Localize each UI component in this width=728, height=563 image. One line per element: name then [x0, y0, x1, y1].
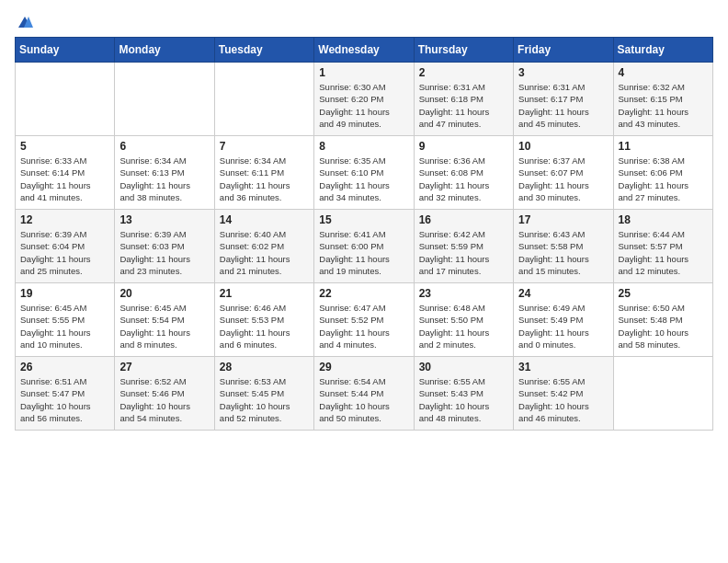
calendar-cell: 5Sunrise: 6:33 AM Sunset: 6:14 PM Daylig… — [16, 136, 115, 210]
day-info: Sunrise: 6:55 AM Sunset: 5:42 PM Dayligh… — [518, 375, 609, 424]
day-number: 22 — [319, 287, 409, 300]
calendar-cell: 8Sunrise: 6:35 AM Sunset: 6:10 PM Daylig… — [314, 136, 414, 210]
logo — [15, 15, 33, 28]
day-number: 25 — [619, 287, 709, 300]
day-info: Sunrise: 6:51 AM Sunset: 5:47 PM Dayligh… — [20, 375, 110, 424]
day-number: 16 — [419, 213, 509, 226]
calendar-cell — [16, 63, 115, 136]
day-info: Sunrise: 6:45 AM Sunset: 5:55 PM Dayligh… — [20, 302, 110, 350]
day-number: 5 — [20, 140, 110, 153]
day-info: Sunrise: 6:31 AM Sunset: 6:18 PM Dayligh… — [419, 81, 509, 130]
day-number: 8 — [319, 140, 409, 153]
day-info: Sunrise: 6:47 AM Sunset: 5:52 PM Dayligh… — [319, 302, 409, 350]
day-info: Sunrise: 6:37 AM Sunset: 6:07 PM Dayligh… — [518, 155, 609, 203]
calendar-cell — [214, 63, 313, 136]
calendar-cell: 23Sunrise: 6:48 AM Sunset: 5:50 PM Dayli… — [414, 283, 513, 357]
day-info: Sunrise: 6:31 AM Sunset: 6:17 PM Dayligh… — [518, 81, 609, 130]
calendar-cell — [613, 357, 712, 431]
day-of-week-header: Tuesday — [214, 38, 313, 63]
day-info: Sunrise: 6:33 AM Sunset: 6:14 PM Dayligh… — [20, 155, 110, 203]
calendar-cell: 3Sunrise: 6:31 AM Sunset: 6:17 PM Daylig… — [514, 63, 613, 136]
day-info: Sunrise: 6:43 AM Sunset: 5:58 PM Dayligh… — [518, 228, 609, 277]
day-of-week-header: Friday — [514, 38, 613, 63]
calendar-cell: 22Sunrise: 6:47 AM Sunset: 5:52 PM Dayli… — [314, 283, 414, 357]
calendar-cell: 30Sunrise: 6:55 AM Sunset: 5:43 PM Dayli… — [414, 357, 513, 431]
day-number: 28 — [220, 361, 310, 373]
calendar-week-row: 1Sunrise: 6:30 AM Sunset: 6:20 PM Daylig… — [16, 63, 713, 136]
calendar-week-row: 19Sunrise: 6:45 AM Sunset: 5:55 PM Dayli… — [16, 283, 713, 357]
day-number: 1 — [319, 66, 409, 79]
day-info: Sunrise: 6:30 AM Sunset: 6:20 PM Dayligh… — [319, 81, 409, 130]
day-number: 9 — [419, 140, 509, 153]
day-info: Sunrise: 6:48 AM Sunset: 5:50 PM Dayligh… — [419, 302, 509, 350]
day-info: Sunrise: 6:46 AM Sunset: 5:53 PM Dayligh… — [220, 302, 310, 350]
calendar-cell: 18Sunrise: 6:44 AM Sunset: 5:57 PM Dayli… — [613, 210, 712, 283]
day-number: 15 — [319, 213, 409, 226]
calendar-table: SundayMondayTuesdayWednesdayThursdayFrid… — [15, 37, 713, 431]
calendar-cell: 11Sunrise: 6:38 AM Sunset: 6:06 PM Dayli… — [613, 136, 712, 210]
calendar-week-row: 26Sunrise: 6:51 AM Sunset: 5:47 PM Dayli… — [16, 357, 713, 431]
calendar-cell: 19Sunrise: 6:45 AM Sunset: 5:55 PM Dayli… — [16, 283, 115, 357]
calendar-cell: 25Sunrise: 6:50 AM Sunset: 5:48 PM Dayli… — [613, 283, 712, 357]
calendar-cell: 27Sunrise: 6:52 AM Sunset: 5:46 PM Dayli… — [115, 357, 214, 431]
calendar-cell: 12Sunrise: 6:39 AM Sunset: 6:04 PM Dayli… — [16, 210, 115, 283]
day-info: Sunrise: 6:39 AM Sunset: 6:03 PM Dayligh… — [119, 228, 210, 277]
day-number: 10 — [518, 140, 609, 153]
calendar-cell: 1Sunrise: 6:30 AM Sunset: 6:20 PM Daylig… — [314, 63, 414, 136]
day-info: Sunrise: 6:36 AM Sunset: 6:08 PM Dayligh… — [419, 155, 509, 203]
calendar-cell: 4Sunrise: 6:32 AM Sunset: 6:15 PM Daylig… — [613, 63, 712, 136]
calendar-cell: 24Sunrise: 6:49 AM Sunset: 5:49 PM Dayli… — [514, 283, 613, 357]
calendar-cell: 6Sunrise: 6:34 AM Sunset: 6:13 PM Daylig… — [115, 136, 214, 210]
day-info: Sunrise: 6:40 AM Sunset: 6:02 PM Dayligh… — [220, 228, 310, 277]
calendar-body: 1Sunrise: 6:30 AM Sunset: 6:20 PM Daylig… — [16, 63, 713, 431]
day-of-week-header: Sunday — [16, 38, 115, 63]
day-number: 19 — [20, 287, 110, 300]
day-info: Sunrise: 6:34 AM Sunset: 6:11 PM Dayligh… — [220, 155, 310, 203]
day-number: 18 — [619, 213, 709, 226]
calendar-cell: 21Sunrise: 6:46 AM Sunset: 5:53 PM Dayli… — [214, 283, 313, 357]
day-number: 26 — [20, 361, 110, 373]
day-info: Sunrise: 6:55 AM Sunset: 5:43 PM Dayligh… — [419, 375, 509, 424]
day-number: 13 — [119, 213, 210, 226]
calendar-cell: 15Sunrise: 6:41 AM Sunset: 6:00 PM Dayli… — [314, 210, 414, 283]
day-info: Sunrise: 6:53 AM Sunset: 5:45 PM Dayligh… — [220, 375, 310, 424]
day-number: 2 — [419, 66, 509, 79]
calendar-cell: 10Sunrise: 6:37 AM Sunset: 6:07 PM Dayli… — [514, 136, 613, 210]
calendar-cell: 13Sunrise: 6:39 AM Sunset: 6:03 PM Dayli… — [115, 210, 214, 283]
calendar-cell: 26Sunrise: 6:51 AM Sunset: 5:47 PM Dayli… — [16, 357, 115, 431]
calendar-cell: 14Sunrise: 6:40 AM Sunset: 6:02 PM Dayli… — [214, 210, 313, 283]
calendar-cell: 28Sunrise: 6:53 AM Sunset: 5:45 PM Dayli… — [214, 357, 313, 431]
day-number: 3 — [518, 66, 609, 79]
day-info: Sunrise: 6:52 AM Sunset: 5:46 PM Dayligh… — [119, 375, 210, 424]
calendar-cell: 29Sunrise: 6:54 AM Sunset: 5:44 PM Dayli… — [314, 357, 414, 431]
calendar-cell: 17Sunrise: 6:43 AM Sunset: 5:58 PM Dayli… — [514, 210, 613, 283]
header — [15, 15, 713, 28]
calendar-cell — [115, 63, 214, 136]
day-info: Sunrise: 6:35 AM Sunset: 6:10 PM Dayligh… — [319, 155, 409, 203]
day-info: Sunrise: 6:50 AM Sunset: 5:48 PM Dayligh… — [619, 302, 709, 350]
day-of-week-header: Wednesday — [314, 38, 414, 63]
day-number: 17 — [518, 213, 609, 226]
day-info: Sunrise: 6:45 AM Sunset: 5:54 PM Dayligh… — [119, 302, 210, 350]
calendar-cell: 7Sunrise: 6:34 AM Sunset: 6:11 PM Daylig… — [214, 136, 313, 210]
day-info: Sunrise: 6:42 AM Sunset: 5:59 PM Dayligh… — [419, 228, 509, 277]
day-info: Sunrise: 6:34 AM Sunset: 6:13 PM Dayligh… — [119, 155, 210, 203]
calendar-week-row: 12Sunrise: 6:39 AM Sunset: 6:04 PM Dayli… — [16, 210, 713, 283]
day-number: 23 — [419, 287, 509, 300]
day-number: 30 — [419, 361, 509, 373]
day-of-week-header: Monday — [115, 38, 214, 63]
calendar-week-row: 5Sunrise: 6:33 AM Sunset: 6:14 PM Daylig… — [16, 136, 713, 210]
day-number: 12 — [20, 213, 110, 226]
day-number: 11 — [619, 140, 709, 153]
calendar-cell: 31Sunrise: 6:55 AM Sunset: 5:42 PM Dayli… — [514, 357, 613, 431]
day-number: 21 — [220, 287, 310, 300]
day-number: 20 — [119, 287, 210, 300]
day-info: Sunrise: 6:54 AM Sunset: 5:44 PM Dayligh… — [319, 375, 409, 424]
day-info: Sunrise: 6:44 AM Sunset: 5:57 PM Dayligh… — [619, 228, 709, 277]
day-number: 14 — [220, 213, 310, 226]
day-number: 29 — [319, 361, 409, 373]
day-number: 7 — [220, 140, 310, 153]
day-info: Sunrise: 6:41 AM Sunset: 6:00 PM Dayligh… — [319, 228, 409, 277]
logo-icon — [17, 15, 33, 31]
day-number: 6 — [119, 140, 210, 153]
